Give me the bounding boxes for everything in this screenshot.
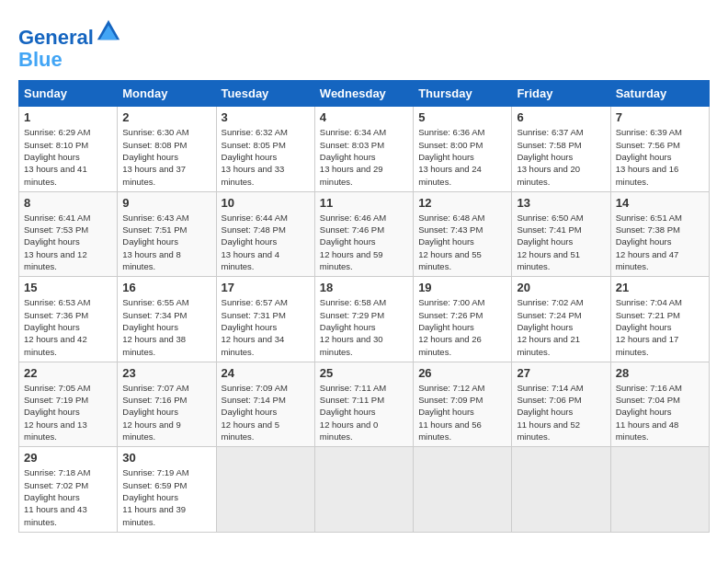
calendar-cell: 22Sunrise: 7:05 AMSunset: 7:19 PMDayligh… [19,362,118,446]
day-number: 29 [24,451,112,465]
column-header-wednesday: Wednesday [314,81,413,107]
day-number: 14 [616,196,704,210]
calendar-week-4: 22Sunrise: 7:05 AMSunset: 7:19 PMDayligh… [19,362,710,446]
day-number: 28 [616,366,704,380]
calendar-cell: 21Sunrise: 7:04 AMSunset: 7:21 PMDayligh… [610,277,709,362]
day-number: 17 [222,281,310,294]
calendar-cell: 24Sunrise: 7:09 AMSunset: 7:14 PMDayligh… [216,362,314,446]
day-info: Sunrise: 6:48 AMSunset: 7:43 PMDaylight … [418,212,506,272]
logo-text: General [18,18,121,49]
day-info: Sunrise: 7:00 AMSunset: 7:26 PMDaylight … [418,296,506,357]
day-info: Sunrise: 7:04 AMSunset: 7:21 PMDaylight … [616,296,704,357]
calendar-cell: 8Sunrise: 6:41 AMSunset: 7:53 PMDaylight… [19,191,118,276]
logo-text2: Blue [18,49,121,71]
day-number: 21 [616,281,704,294]
day-number: 4 [320,110,408,124]
day-number: 5 [418,110,506,124]
day-number: 16 [122,281,210,294]
day-number: 7 [616,110,704,124]
calendar-cell [314,447,413,532]
column-header-monday: Monday [118,81,216,107]
calendar-cell: 3Sunrise: 6:32 AMSunset: 8:05 PMDaylight… [216,107,314,191]
day-info: Sunrise: 7:12 AMSunset: 7:09 PMDaylight … [418,382,506,442]
calendar-cell [414,447,512,532]
page-header: General Blue [18,18,710,71]
calendar-cell: 20Sunrise: 7:02 AMSunset: 7:24 PMDayligh… [512,277,610,362]
calendar-cell: 5Sunrise: 6:36 AMSunset: 8:00 PMDaylight… [414,107,512,191]
calendar-cell [216,447,314,532]
calendar-cell: 16Sunrise: 6:55 AMSunset: 7:34 PMDayligh… [118,277,216,362]
day-number: 30 [122,451,210,465]
calendar-week-5: 29Sunrise: 7:18 AMSunset: 7:02 PMDayligh… [19,447,710,532]
day-info: Sunrise: 6:32 AMSunset: 8:05 PMDaylight … [222,126,310,187]
day-number: 24 [222,366,310,380]
day-info: Sunrise: 6:46 AMSunset: 7:46 PMDaylight … [320,212,408,272]
calendar-week-1: 1Sunrise: 6:29 AMSunset: 8:10 PMDaylight… [19,107,710,191]
calendar-cell: 27Sunrise: 7:14 AMSunset: 7:06 PMDayligh… [512,362,610,446]
calendar-body: 1Sunrise: 6:29 AMSunset: 8:10 PMDaylight… [19,107,710,532]
day-info: Sunrise: 6:39 AMSunset: 7:56 PMDaylight … [616,126,704,187]
day-info: Sunrise: 6:44 AMSunset: 7:48 PMDaylight … [222,212,310,272]
day-info: Sunrise: 6:58 AMSunset: 7:29 PMDaylight … [320,296,408,357]
calendar-cell: 14Sunrise: 6:51 AMSunset: 7:38 PMDayligh… [610,191,709,276]
calendar-week-3: 15Sunrise: 6:53 AMSunset: 7:36 PMDayligh… [19,277,710,362]
calendar-cell: 17Sunrise: 6:57 AMSunset: 7:31 PMDayligh… [216,277,314,362]
calendar-table: SundayMondayTuesdayWednesdayThursdayFrid… [18,80,710,532]
calendar-cell: 6Sunrise: 6:37 AMSunset: 7:58 PMDaylight… [512,107,610,191]
calendar-cell: 23Sunrise: 7:07 AMSunset: 7:16 PMDayligh… [118,362,216,446]
calendar-cell: 30Sunrise: 7:19 AMSunset: 6:59 PMDayligh… [118,447,216,532]
logo: General Blue [18,18,121,71]
calendar-cell: 19Sunrise: 7:00 AMSunset: 7:26 PMDayligh… [414,277,512,362]
calendar-cell: 25Sunrise: 7:11 AMSunset: 7:11 PMDayligh… [314,362,413,446]
calendar-cell: 11Sunrise: 6:46 AMSunset: 7:46 PMDayligh… [314,191,413,276]
day-info: Sunrise: 6:37 AMSunset: 7:58 PMDaylight … [517,126,605,187]
day-info: Sunrise: 6:50 AMSunset: 7:41 PMDaylight … [517,212,605,272]
day-info: Sunrise: 6:53 AMSunset: 7:36 PMDaylight … [24,296,112,357]
day-info: Sunrise: 6:57 AMSunset: 7:31 PMDaylight … [222,296,310,357]
calendar-cell [610,447,709,532]
calendar-header-row: SundayMondayTuesdayWednesdayThursdayFrid… [19,81,710,107]
calendar-cell: 9Sunrise: 6:43 AMSunset: 7:51 PMDaylight… [118,191,216,276]
day-number: 3 [222,110,310,124]
day-number: 13 [517,196,605,210]
calendar-cell: 1Sunrise: 6:29 AMSunset: 8:10 PMDaylight… [19,107,118,191]
column-header-tuesday: Tuesday [216,81,314,107]
day-number: 25 [320,366,408,380]
day-info: Sunrise: 6:34 AMSunset: 8:03 PMDaylight … [320,126,408,187]
calendar-cell [512,447,610,532]
day-info: Sunrise: 6:29 AMSunset: 8:10 PMDaylight … [24,126,112,187]
day-info: Sunrise: 6:36 AMSunset: 8:00 PMDaylight … [418,126,506,187]
calendar-week-2: 8Sunrise: 6:41 AMSunset: 7:53 PMDaylight… [19,191,710,276]
day-info: Sunrise: 7:18 AMSunset: 7:02 PMDaylight … [24,466,112,527]
day-number: 18 [320,281,408,294]
column-header-thursday: Thursday [414,81,512,107]
day-info: Sunrise: 7:05 AMSunset: 7:19 PMDaylight … [24,382,112,442]
calendar-cell: 18Sunrise: 6:58 AMSunset: 7:29 PMDayligh… [314,277,413,362]
day-info: Sunrise: 6:43 AMSunset: 7:51 PMDaylight … [122,212,210,272]
day-info: Sunrise: 7:07 AMSunset: 7:16 PMDaylight … [122,382,210,442]
day-number: 2 [122,110,210,124]
day-info: Sunrise: 7:14 AMSunset: 7:06 PMDaylight … [517,382,605,442]
column-header-friday: Friday [512,81,610,107]
day-info: Sunrise: 6:55 AMSunset: 7:34 PMDaylight … [122,296,210,357]
day-number: 23 [122,366,210,380]
day-number: 26 [418,366,506,380]
day-info: Sunrise: 7:02 AMSunset: 7:24 PMDaylight … [517,296,605,357]
calendar-cell: 4Sunrise: 6:34 AMSunset: 8:03 PMDaylight… [314,107,413,191]
day-number: 19 [418,281,506,294]
calendar-cell: 13Sunrise: 6:50 AMSunset: 7:41 PMDayligh… [512,191,610,276]
column-header-saturday: Saturday [610,81,709,107]
calendar-cell: 7Sunrise: 6:39 AMSunset: 7:56 PMDaylight… [610,107,709,191]
day-number: 22 [24,366,112,380]
calendar-cell: 15Sunrise: 6:53 AMSunset: 7:36 PMDayligh… [19,277,118,362]
day-info: Sunrise: 6:30 AMSunset: 8:08 PMDaylight … [122,126,210,187]
column-header-sunday: Sunday [19,81,118,107]
calendar-cell: 28Sunrise: 7:16 AMSunset: 7:04 PMDayligh… [610,362,709,446]
calendar-cell: 10Sunrise: 6:44 AMSunset: 7:48 PMDayligh… [216,191,314,276]
day-info: Sunrise: 7:16 AMSunset: 7:04 PMDaylight … [616,382,704,442]
day-number: 20 [517,281,605,294]
day-info: Sunrise: 7:19 AMSunset: 6:59 PMDaylight … [122,466,210,527]
calendar-cell: 2Sunrise: 6:30 AMSunset: 8:08 PMDaylight… [118,107,216,191]
calendar-cell: 26Sunrise: 7:12 AMSunset: 7:09 PMDayligh… [414,362,512,446]
day-number: 12 [418,196,506,210]
